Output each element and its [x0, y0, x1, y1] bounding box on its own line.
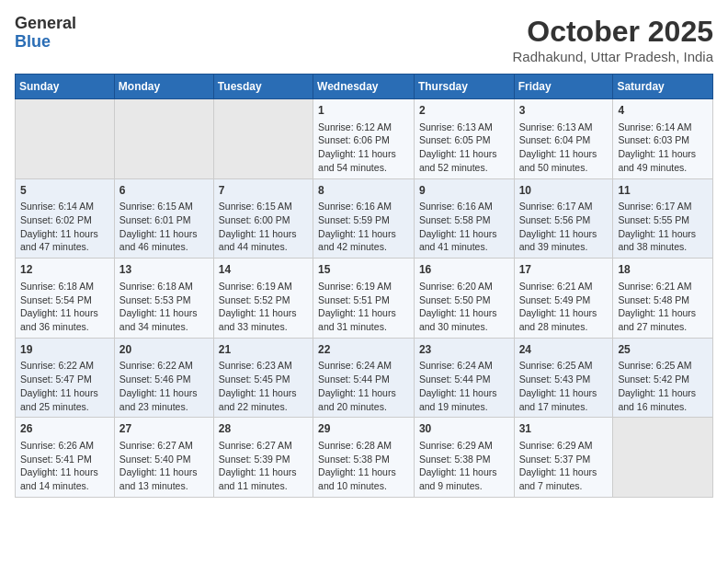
- logo-general-text: General: [15, 15, 76, 33]
- day-number: 2: [419, 103, 509, 119]
- daylight-text: Daylight: 11 hours and 44 minutes.: [219, 227, 308, 254]
- sunrise-text: Sunrise: 6:21 AM: [519, 280, 609, 293]
- daylight-text: Daylight: 11 hours and 52 minutes.: [419, 147, 509, 174]
- daylight-text: Daylight: 11 hours and 16 minutes.: [618, 386, 708, 413]
- sunrise-text: Sunrise: 6:13 AM: [419, 121, 509, 134]
- sunset-text: Sunset: 5:38 PM: [419, 453, 509, 466]
- daylight-text: Daylight: 11 hours and 20 minutes.: [318, 386, 409, 413]
- calendar-cell: 5Sunrise: 6:14 AMSunset: 6:02 PMDaylight…: [16, 178, 115, 259]
- day-number: 25: [618, 342, 708, 358]
- sunrise-text: Sunrise: 6:27 AM: [219, 439, 308, 453]
- sunrise-text: Sunrise: 6:22 AM: [119, 359, 209, 373]
- daylight-text: Daylight: 11 hours and 10 minutes.: [318, 465, 409, 492]
- sunrise-text: Sunrise: 6:12 AM: [318, 121, 409, 134]
- calendar-cell: 27Sunrise: 6:27 AMSunset: 5:40 PMDayligh…: [114, 418, 213, 498]
- sunset-text: Sunset: 5:43 PM: [519, 373, 609, 386]
- sunset-text: Sunset: 5:45 PM: [219, 373, 308, 386]
- daylight-text: Daylight: 11 hours and 36 minutes.: [20, 306, 109, 333]
- daylight-text: Daylight: 11 hours and 54 minutes.: [318, 147, 409, 174]
- calendar-cell: 31Sunrise: 6:29 AMSunset: 5:37 PMDayligh…: [514, 418, 613, 498]
- weekday-header-wednesday: Wednesday: [313, 75, 415, 99]
- sunrise-text: Sunrise: 6:22 AM: [20, 359, 109, 373]
- calendar-cell: 12Sunrise: 6:18 AMSunset: 5:54 PMDayligh…: [16, 259, 115, 339]
- day-number: 4: [618, 103, 708, 119]
- sunrise-text: Sunrise: 6:21 AM: [618, 280, 708, 293]
- sunrise-text: Sunrise: 6:18 AM: [119, 280, 209, 293]
- day-number: 27: [119, 421, 209, 437]
- sunset-text: Sunset: 5:48 PM: [618, 293, 708, 307]
- day-number: 26: [20, 421, 109, 437]
- calendar-cell: 6Sunrise: 6:15 AMSunset: 6:01 PMDaylight…: [114, 178, 213, 259]
- sunset-text: Sunset: 5:44 PM: [419, 373, 509, 386]
- calendar-cell: 17Sunrise: 6:21 AMSunset: 5:49 PMDayligh…: [514, 259, 613, 339]
- day-number: 10: [519, 183, 609, 199]
- day-number: 29: [318, 421, 409, 437]
- calendar-cell: 14Sunrise: 6:19 AMSunset: 5:52 PMDayligh…: [213, 259, 313, 339]
- weekday-header-friday: Friday: [514, 75, 613, 99]
- location-subtitle: Radhakund, Uttar Pradesh, India: [513, 49, 713, 64]
- sunset-text: Sunset: 5:58 PM: [419, 213, 509, 227]
- sunrise-text: Sunrise: 6:23 AM: [219, 359, 308, 373]
- sunset-text: Sunset: 5:40 PM: [119, 453, 209, 466]
- calendar-cell: 28Sunrise: 6:27 AMSunset: 5:39 PMDayligh…: [213, 418, 313, 498]
- sunset-text: Sunset: 5:37 PM: [519, 453, 609, 466]
- sunset-text: Sunset: 6:04 PM: [519, 133, 609, 147]
- calendar-cell: 7Sunrise: 6:15 AMSunset: 6:00 PMDaylight…: [213, 178, 313, 259]
- daylight-text: Daylight: 11 hours and 30 minutes.: [419, 306, 509, 333]
- calendar-week-1: 1Sunrise: 6:12 AMSunset: 6:06 PMDaylight…: [16, 99, 713, 179]
- calendar-cell: 22Sunrise: 6:24 AMSunset: 5:44 PMDayligh…: [313, 338, 415, 418]
- calendar-cell: 4Sunrise: 6:14 AMSunset: 6:03 PMDaylight…: [613, 99, 713, 179]
- calendar-cell: 9Sunrise: 6:16 AMSunset: 5:58 PMDaylight…: [414, 178, 514, 259]
- sunset-text: Sunset: 5:51 PM: [318, 293, 409, 307]
- sunset-text: Sunset: 6:05 PM: [419, 133, 509, 147]
- sunrise-text: Sunrise: 6:18 AM: [20, 280, 109, 293]
- logo-blue-text: Blue: [15, 33, 76, 52]
- day-number: 19: [20, 342, 109, 358]
- calendar-cell: [213, 99, 313, 179]
- daylight-text: Daylight: 11 hours and 22 minutes.: [219, 386, 308, 413]
- sunrise-text: Sunrise: 6:26 AM: [20, 439, 109, 453]
- daylight-text: Daylight: 11 hours and 23 minutes.: [119, 386, 209, 413]
- calendar-cell: 3Sunrise: 6:13 AMSunset: 6:04 PMDaylight…: [514, 99, 613, 179]
- day-number: 5: [20, 183, 109, 199]
- day-number: 21: [219, 342, 308, 358]
- sunset-text: Sunset: 5:38 PM: [318, 453, 409, 466]
- calendar-cell: 18Sunrise: 6:21 AMSunset: 5:48 PMDayligh…: [613, 259, 713, 339]
- logo: General Blue General Blue: [15, 15, 76, 52]
- calendar-table: SundayMondayTuesdayWednesdayThursdayFrid…: [15, 74, 713, 498]
- sunrise-text: Sunrise: 6:13 AM: [519, 121, 609, 134]
- sunrise-text: Sunrise: 6:28 AM: [318, 439, 409, 453]
- calendar-cell: 1Sunrise: 6:12 AMSunset: 6:06 PMDaylight…: [313, 99, 415, 179]
- calendar-cell: 29Sunrise: 6:28 AMSunset: 5:38 PMDayligh…: [313, 418, 415, 498]
- calendar-cell: 11Sunrise: 6:17 AMSunset: 5:55 PMDayligh…: [613, 178, 713, 259]
- daylight-text: Daylight: 11 hours and 38 minutes.: [618, 227, 708, 254]
- sunset-text: Sunset: 6:06 PM: [318, 133, 409, 147]
- sunset-text: Sunset: 6:00 PM: [219, 213, 308, 227]
- calendar-cell: 2Sunrise: 6:13 AMSunset: 6:05 PMDaylight…: [414, 99, 514, 179]
- sunset-text: Sunset: 5:59 PM: [318, 213, 409, 227]
- calendar-cell: 8Sunrise: 6:16 AMSunset: 5:59 PMDaylight…: [313, 178, 415, 259]
- sunrise-text: Sunrise: 6:20 AM: [419, 280, 509, 293]
- sunset-text: Sunset: 5:56 PM: [519, 213, 609, 227]
- calendar-cell: [114, 99, 213, 179]
- day-number: 1: [318, 103, 409, 119]
- sunrise-text: Sunrise: 6:17 AM: [519, 200, 609, 213]
- daylight-text: Daylight: 11 hours and 49 minutes.: [618, 147, 708, 174]
- sunrise-text: Sunrise: 6:29 AM: [419, 439, 509, 453]
- calendar-cell: 30Sunrise: 6:29 AMSunset: 5:38 PMDayligh…: [414, 418, 514, 498]
- daylight-text: Daylight: 11 hours and 11 minutes.: [219, 465, 308, 492]
- daylight-text: Daylight: 11 hours and 39 minutes.: [519, 227, 609, 254]
- day-number: 20: [119, 342, 209, 358]
- sunrise-text: Sunrise: 6:27 AM: [119, 439, 209, 453]
- sunset-text: Sunset: 6:02 PM: [20, 213, 109, 227]
- sunset-text: Sunset: 5:52 PM: [219, 293, 308, 307]
- weekday-header-thursday: Thursday: [414, 75, 514, 99]
- sunset-text: Sunset: 5:42 PM: [618, 373, 708, 386]
- day-number: 6: [119, 183, 209, 199]
- sunrise-text: Sunrise: 6:19 AM: [219, 280, 308, 293]
- sunset-text: Sunset: 6:01 PM: [119, 213, 209, 227]
- calendar-week-3: 12Sunrise: 6:18 AMSunset: 5:54 PMDayligh…: [16, 259, 713, 339]
- daylight-text: Daylight: 11 hours and 27 minutes.: [618, 306, 708, 333]
- sunset-text: Sunset: 5:53 PM: [119, 293, 209, 307]
- sunset-text: Sunset: 5:41 PM: [20, 453, 109, 466]
